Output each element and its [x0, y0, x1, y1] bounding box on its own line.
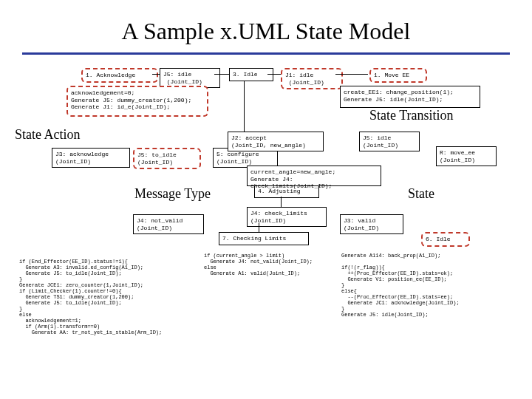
state-box-acknowledge: 1. Acknowledge — [81, 68, 158, 83]
connector — [335, 74, 368, 75]
transition-j5-to-idle: J5: to_idle (Joint_ID) — [133, 148, 201, 169]
callout-state: State — [408, 186, 434, 202]
state-box-idle3: 3. Idle — [229, 68, 273, 81]
state-box-checking: 7. Checking Limits — [219, 232, 309, 245]
code-block-right: Generate A114: back_prop(A1_ID); if(!(r_… — [341, 253, 460, 318]
connector — [267, 74, 281, 75]
state-box-idle6: 6. Idle — [421, 232, 470, 247]
state-action-ack: acknowledgement=0; Generate J5: dummy_cr… — [66, 86, 208, 117]
code-block-mid: if (current_angle > limit) Generate J4: … — [204, 253, 313, 276]
transition-j1-idle: J1: idle (Joint_ID) — [281, 68, 343, 89]
connector — [244, 81, 245, 132]
code-block-left: if (End_Effector(EE_ID).status!=1){ Gene… — [19, 259, 162, 335]
connector — [259, 223, 259, 232]
connector — [214, 74, 229, 75]
transition-j3-valid: J3: valid (Joint_ID) — [340, 214, 403, 234]
transition-j4-not-valid: J4: not_valid (Joint_ID) — [133, 214, 204, 234]
divider — [22, 52, 510, 55]
connector — [152, 74, 160, 75]
transition-move-ee: R: move_ee (Joint_ID) — [436, 146, 497, 166]
state-action-move: create_EE1: change_position(1); Generate… — [340, 86, 480, 108]
page-title: A Sample x.UML State Model — [0, 0, 532, 52]
transition-j3-ack: J3: acknowledge (Joint_ID) — [52, 148, 130, 168]
connector — [281, 197, 282, 207]
state-box-move-ee: 1. Move EE — [369, 68, 427, 83]
callout-state-action: State Action — [15, 127, 81, 143]
transition-j5-idle2: J5: idle (Joint_ID) — [359, 132, 420, 151]
state-action-adjusting: current_angle=new_angle; Generate J4: ch… — [247, 166, 381, 186]
callout-state-transition: State Transition — [369, 108, 454, 123]
transition-j2-accept: J2: accept (Joint_ID, new_angle) — [228, 132, 324, 151]
callout-message-type: Message Type — [134, 186, 211, 202]
